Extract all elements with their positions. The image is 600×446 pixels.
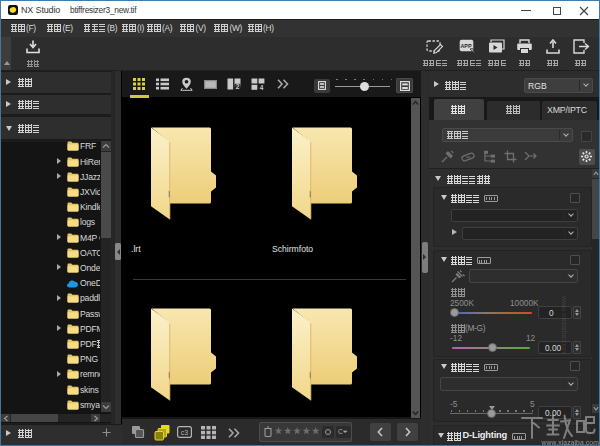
svg-text:2: 2 bbox=[235, 83, 239, 90]
svg-text:APP: APP bbox=[460, 43, 471, 49]
svg-text:c3: c3 bbox=[181, 429, 189, 436]
svg-text:4: 4 bbox=[259, 84, 263, 90]
